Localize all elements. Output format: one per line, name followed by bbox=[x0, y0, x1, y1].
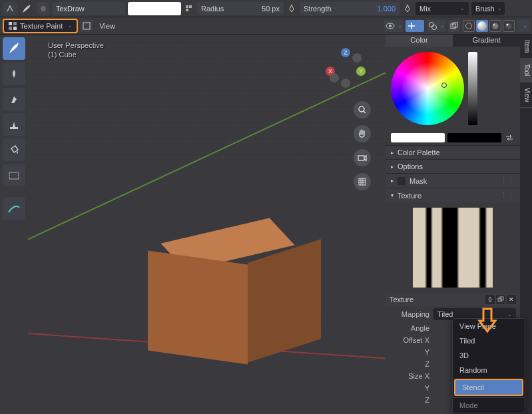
side-tab-item[interactable]: Item bbox=[520, 35, 532, 59]
mapping-value: Tiled bbox=[437, 310, 453, 318]
chevron-down-icon: ⌄ bbox=[419, 23, 423, 29]
blend-mode-dropdown[interactable]: Mix ⌄ bbox=[415, 2, 469, 15]
chevron-down-icon: ⌄ bbox=[497, 5, 502, 11]
header-toolbar: Texture Paint ⌄ View ⌄ ⌄ ⌄ ⌄ bbox=[0, 17, 532, 35]
tool-annotate[interactable] bbox=[3, 197, 25, 220]
zoom-button[interactable] bbox=[354, 101, 371, 118]
svg-rect-6 bbox=[9, 27, 12, 30]
shading-solid[interactable] bbox=[476, 20, 488, 32]
gizmo-y[interactable]: Y bbox=[356, 67, 366, 76]
gizmo-z[interactable]: Z bbox=[341, 48, 350, 57]
snap-dropdown[interactable] bbox=[3, 2, 17, 15]
chevron-down-icon: ⌄ bbox=[398, 23, 402, 29]
color-wheel[interactable] bbox=[391, 52, 464, 125]
side-tab-view[interactable]: View bbox=[520, 83, 532, 108]
svg-rect-1 bbox=[186, 5, 188, 8]
secondary-color-swatch[interactable] bbox=[447, 133, 501, 142]
xray-toggle[interactable] bbox=[448, 20, 460, 32]
side-tab-tool[interactable]: Tool bbox=[520, 59, 532, 82]
size-x-label: Size X bbox=[390, 372, 429, 380]
svg-point-17 bbox=[493, 23, 495, 25]
brush-name-field[interactable]: TexDraw bbox=[52, 2, 125, 15]
tool-mask[interactable] bbox=[3, 164, 25, 186]
tool-draw[interactable] bbox=[3, 37, 25, 60]
axis-gizmo[interactable]: Z X Y bbox=[326, 48, 366, 88]
view-menu[interactable]: View bbox=[95, 22, 119, 30]
tool-toolbar bbox=[0, 35, 28, 414]
brush-color-swatch[interactable] bbox=[128, 2, 181, 15]
tool-clone[interactable] bbox=[3, 113, 25, 136]
color-cursor bbox=[441, 83, 447, 88]
menu-item-view-plane[interactable]: View Plane bbox=[453, 319, 525, 333]
overlays-toggle[interactable]: ⌄ bbox=[427, 20, 445, 32]
shading-dropdown[interactable]: ⌄ bbox=[517, 20, 529, 32]
mapping-label: Mapping bbox=[390, 310, 429, 318]
texture-preview[interactable] bbox=[413, 208, 493, 288]
texture-new-icon[interactable] bbox=[496, 295, 505, 304]
svg-rect-25 bbox=[358, 156, 364, 160]
svg-point-12 bbox=[431, 25, 436, 29]
panel-color-palette[interactable]: ▸ Color Palette bbox=[386, 145, 520, 159]
mask-checkbox[interactable] bbox=[398, 177, 405, 185]
svg-rect-5 bbox=[13, 22, 17, 25]
brush-preset-dropdown[interactable] bbox=[37, 2, 49, 15]
visibility-dropdown[interactable]: ⌄ bbox=[384, 20, 403, 32]
panel-options[interactable]: ▸ Options bbox=[386, 159, 520, 173]
menu-item-tiled[interactable]: Tiled bbox=[453, 333, 525, 348]
panel-texture[interactable]: ▾ Texture ⋮⋮ bbox=[386, 188, 520, 202]
viewport-3d[interactable]: User Perspective (1) Cube Z X Y bbox=[28, 35, 386, 414]
mask-label: Mask bbox=[409, 177, 427, 185]
stroke-dropdown[interactable]: Brush ⌄ bbox=[471, 2, 505, 15]
strength-field[interactable]: Strength 1.000 bbox=[300, 2, 399, 15]
perspective-button[interactable] bbox=[354, 173, 371, 190]
cube-face-front bbox=[148, 250, 248, 364]
camera-button[interactable] bbox=[354, 149, 371, 166]
menu-header-mode: Mode bbox=[453, 397, 525, 413]
chevron-down-icon: ⌄ bbox=[460, 5, 465, 11]
drag-handle-icon[interactable]: ⋮⋮ bbox=[500, 191, 515, 200]
texture-fakeuser-icon[interactable] bbox=[485, 295, 495, 304]
swap-colors-icon[interactable] bbox=[504, 133, 515, 142]
tab-gradient[interactable]: Gradient bbox=[453, 35, 520, 47]
gizmo-neg-3[interactable] bbox=[330, 73, 339, 83]
texture-unlink-icon[interactable]: ✕ bbox=[507, 295, 516, 304]
color-palette-label: Color Palette bbox=[398, 148, 440, 156]
radius-field[interactable]: Radius 50 px bbox=[197, 2, 284, 15]
panel-mask[interactable]: ▸ Mask ⋮⋮ bbox=[386, 173, 520, 188]
pan-button[interactable] bbox=[354, 125, 371, 142]
shading-material[interactable] bbox=[489, 20, 501, 32]
svg-rect-20 bbox=[10, 127, 18, 129]
menu-item-stencil[interactable]: Stencil bbox=[454, 379, 523, 396]
svg-rect-7 bbox=[13, 27, 17, 30]
shading-wireframe[interactable] bbox=[463, 20, 475, 32]
texture-name[interactable]: Texture bbox=[390, 296, 413, 304]
radius-pressure-icon[interactable] bbox=[286, 2, 297, 15]
mode-selector[interactable]: Texture Paint ⌄ bbox=[3, 19, 78, 33]
viewport-controls bbox=[354, 101, 371, 190]
color-tabs: Color Gradient bbox=[386, 35, 520, 47]
gizmo-neg-2[interactable] bbox=[341, 79, 350, 88]
value-slider[interactable] bbox=[468, 52, 477, 125]
drag-handle-icon[interactable]: ⋮⋮ bbox=[500, 176, 515, 185]
blend-mode-label: Mix bbox=[419, 5, 431, 13]
strength-label: Strength bbox=[304, 5, 332, 13]
size-y-label: Y bbox=[390, 384, 429, 392]
tool-soften[interactable] bbox=[3, 63, 25, 85]
gizmo-toggle[interactable]: ⌄ bbox=[405, 20, 424, 32]
texture-name-row: Texture ✕ bbox=[386, 293, 520, 306]
menu-item-random[interactable]: Random bbox=[453, 363, 525, 377]
palette-icon[interactable] bbox=[184, 2, 194, 15]
svg-rect-26 bbox=[359, 178, 366, 185]
menu-item-3d[interactable]: 3D bbox=[453, 348, 525, 363]
image-slot-icon[interactable] bbox=[81, 20, 93, 32]
strength-pressure-icon[interactable] bbox=[402, 2, 413, 15]
texture-header-label: Texture bbox=[398, 192, 421, 200]
tab-color[interactable]: Color bbox=[386, 35, 453, 47]
tool-smear[interactable] bbox=[3, 88, 25, 110]
brush-label: Brush bbox=[475, 5, 495, 13]
shading-rendered[interactable] bbox=[503, 20, 515, 32]
primary-color-swatch[interactable] bbox=[391, 133, 445, 142]
gizmo-neg-1[interactable] bbox=[352, 53, 362, 63]
svg-point-0 bbox=[41, 6, 46, 11]
tool-fill[interactable] bbox=[3, 138, 25, 161]
